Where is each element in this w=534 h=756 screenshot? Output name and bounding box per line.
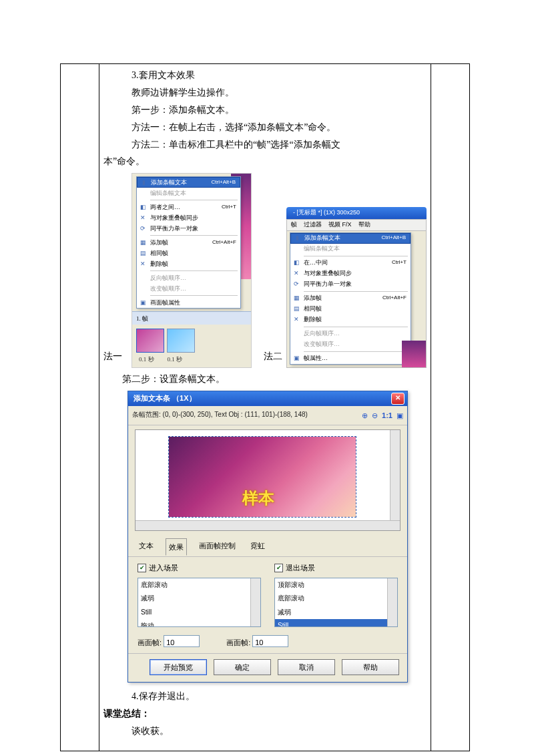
menu-same-length[interactable]: ✕与对象重叠帧同步 xyxy=(137,212,240,223)
menu-del-frame[interactable]: ✕删除帧 xyxy=(290,315,411,325)
frame-thumb-2[interactable] xyxy=(167,329,195,353)
menu-equalize[interactable]: ⟳同平衡力单一对象 xyxy=(137,223,240,234)
frames-row xyxy=(136,329,251,353)
exit-scene-checkbox[interactable]: ✔退出场景 xyxy=(274,561,398,574)
list-item[interactable]: Still xyxy=(275,619,397,627)
list-item[interactable]: 顶部滚动 xyxy=(275,578,397,592)
tab-text[interactable]: 文本 xyxy=(136,538,156,555)
frames-tab[interactable]: 1. 帧 xyxy=(132,311,251,325)
col-right xyxy=(431,64,470,751)
between-icon: ◧ xyxy=(139,203,147,211)
para: 方法二：单击标准工具栏中的“帧”选择“添加条幅文 xyxy=(103,136,427,154)
list-item[interactable]: 底部滚动 xyxy=(138,578,260,592)
cancel-button[interactable]: 取消 xyxy=(278,659,335,675)
para: 教师边讲解学生边操作。 xyxy=(103,84,427,102)
scrollbar-horizontal[interactable] xyxy=(136,520,400,530)
preview-button[interactable]: 开始预览 xyxy=(150,659,207,675)
between-icon: ◧ xyxy=(292,259,300,267)
x-icon: ✕ xyxy=(139,214,147,222)
window-menubar[interactable]: 帧 过滤器 视频 F/X 帮助 xyxy=(286,219,427,231)
menubar-filter[interactable]: 过滤器 xyxy=(304,219,322,230)
frame-durations: 0.1 秒0.1 秒 xyxy=(132,354,251,367)
figure-2-label: 法二 xyxy=(256,348,282,368)
figure-method-1: ▮ 添加条幅文本Ctrl+Alt+B 编辑条幅文本 ◧两者之间…Ctrl+T ✕… xyxy=(131,173,252,367)
tab-effects[interactable]: 效果 xyxy=(166,538,187,556)
menu-between[interactable]: ◧两者之间…Ctrl+T xyxy=(137,202,240,212)
para-save: 4.保存并退出。 xyxy=(103,688,427,705)
layout-table: 3.套用文本效果 教师边讲解学生边操作。 第一步：添加条幅文本。 方法一：在帧上… xyxy=(60,63,470,751)
bg-strip xyxy=(402,341,426,367)
ok-button[interactable]: 确定 xyxy=(214,659,271,675)
fit-icon[interactable]: ▣ xyxy=(396,409,403,422)
menu-dup-frame[interactable]: ▤相同帧 xyxy=(137,248,240,258)
dialog-titlebar: 添加文本条 （1X） ✕ xyxy=(128,391,407,406)
zoom-in-icon[interactable]: ⊕ xyxy=(362,409,368,422)
two-figures-row: 法一 ▮ 添加条幅文本Ctrl+Alt+B 编辑条幅文本 xyxy=(103,173,427,367)
enter-effects-list[interactable]: 底部滚动减弱Still拖动垂直合并顶部合并 xyxy=(138,578,261,627)
help-button[interactable]: 帮助 xyxy=(342,659,399,675)
content: 3.套用文本效果 教师边讲解学生边操作。 第一步：添加条幅文本。 方法一：在帧上… xyxy=(99,64,431,751)
menu-add-banner[interactable]: ▮ 添加条幅文本Ctrl+Alt+B xyxy=(137,177,240,188)
close-button[interactable]: ✕ xyxy=(391,393,405,405)
exit-frame-input[interactable]: 10 xyxy=(252,635,288,647)
heading-3: 3.套用文本效果 xyxy=(103,67,427,84)
list-item[interactable]: Still xyxy=(138,606,260,620)
menu-del-frame[interactable]: ✕删除帧 xyxy=(137,258,240,269)
dropdown-menu-2[interactable]: ▮添加条幅文本Ctrl+Alt+B 编辑条幅文本 ◧在…中间Ctrl+T ✕与对… xyxy=(290,232,411,365)
list-item[interactable]: 底部滚动 xyxy=(275,592,397,606)
list-item[interactable]: 减弱 xyxy=(138,592,260,606)
zoom-out-icon[interactable]: ⊖ xyxy=(372,409,378,422)
menu-add-frame[interactable]: ▦添加帧Ctrl+Alt+F xyxy=(137,237,240,248)
menubar-frame[interactable]: 帧 xyxy=(291,219,297,230)
tab-frame-control[interactable]: 画面帧控制 xyxy=(196,538,238,555)
menu-change-order[interactable]: 改变帧顺序… xyxy=(137,283,240,294)
summary-heading: 课堂总结： xyxy=(103,705,427,723)
effects-panel: ✔进入场景 底部滚动减弱Still拖动垂直合并顶部合并 ✔退出场景 顶部滚动底部… xyxy=(128,557,407,630)
add-text-bar-dialog: 添加文本条 （1X） ✕ 条幅范围: (0, 0)-(300, 250), Te… xyxy=(127,391,408,683)
x-icon: ✕ xyxy=(292,270,300,278)
menu-frame-props[interactable]: ▣画面帧属性 xyxy=(137,297,240,308)
menu-same-length[interactable]: ✕与对象重叠帧同步 xyxy=(290,268,411,279)
menu-frame-props-2[interactable]: ▣帧属性… xyxy=(290,353,411,364)
menu-equalize[interactable]: ⟳同平衡力单一对象 xyxy=(290,279,411,290)
menu-add-banner[interactable]: ▮添加条幅文本Ctrl+Alt+B xyxy=(290,233,411,244)
context-menu-1[interactable]: ▮ 添加条幅文本Ctrl+Alt+B 编辑条幅文本 ◧两者之间…Ctrl+T ✕… xyxy=(136,176,241,309)
col-left xyxy=(61,64,99,751)
para: 本”命令。 xyxy=(103,153,427,170)
tab-neon[interactable]: 霓虹 xyxy=(248,538,268,555)
list-item[interactable]: 拖动 xyxy=(138,619,260,627)
enter-scene-checkbox[interactable]: ✔进入场景 xyxy=(138,561,261,574)
zoom-ratio[interactable]: 1:1 xyxy=(382,409,392,422)
menu-reverse[interactable]: 反向帧顺序… xyxy=(137,272,240,283)
enter-frame-input[interactable]: 10 xyxy=(164,635,200,647)
summary-body: 谈收获。 xyxy=(103,723,427,740)
page: 3.套用文本效果 教师边讲解学生边操作。 第一步：添加条幅文本。 方法一：在帧上… xyxy=(0,0,534,756)
menu-in-middle[interactable]: ◧在…中间Ctrl+T xyxy=(290,258,411,268)
sync-icon: ⟳ xyxy=(292,280,300,289)
dialog-infobar: 条幅范围: (0, 0)-(300, 250), Text Obj : (111… xyxy=(128,406,407,425)
exit-effects-list[interactable]: 顶部滚动底部滚动减弱Still拖动垂直合并 xyxy=(274,578,398,627)
menubar-help[interactable]: 帮助 xyxy=(358,219,370,230)
menu-edit-banner[interactable]: 编辑条幅文本 xyxy=(290,244,411,254)
dup-frame-icon: ▤ xyxy=(292,305,300,313)
del-frame-icon: ✕ xyxy=(292,316,300,324)
dialog-tabs: 文本 效果 画面帧控制 霓虹 xyxy=(128,535,407,557)
window-titlebar: - [无标题 *] (1X) 300x250 xyxy=(286,207,427,219)
dialog-buttons: 开始预览 确定 取消 帮助 xyxy=(128,653,407,682)
figure-1-label: 法一 xyxy=(103,348,127,368)
del-frame-icon: ✕ xyxy=(139,260,147,268)
menubar-view[interactable]: 视频 F/X xyxy=(328,219,352,230)
list-item[interactable]: 减弱 xyxy=(275,606,397,620)
scrollbar-vertical[interactable] xyxy=(390,430,400,530)
frame-count-row: 画面帧: 10 画面帧: 10 xyxy=(128,631,407,653)
menu-dup-frame[interactable]: ▤相同帧 xyxy=(290,304,411,315)
menu-change-order[interactable]: 改变帧顺序… xyxy=(290,339,411,350)
para: 第一步：添加条幅文本。 xyxy=(103,102,427,119)
para: 方法一：在帧上右击，选择“添加条幅文本”命令。 xyxy=(103,119,427,136)
frame-thumb-1[interactable] xyxy=(136,329,164,353)
menu-edit-banner[interactable]: 编辑条幅文本 xyxy=(137,188,240,198)
add-frame-icon: ▦ xyxy=(139,238,147,246)
menu-reverse[interactable]: 反向帧顺序… xyxy=(290,329,411,339)
menu-add-frame[interactable]: ▦添加帧Ctrl+Alt+F xyxy=(290,293,411,304)
dialog-title: 添加文本条 （1X） xyxy=(134,391,196,405)
